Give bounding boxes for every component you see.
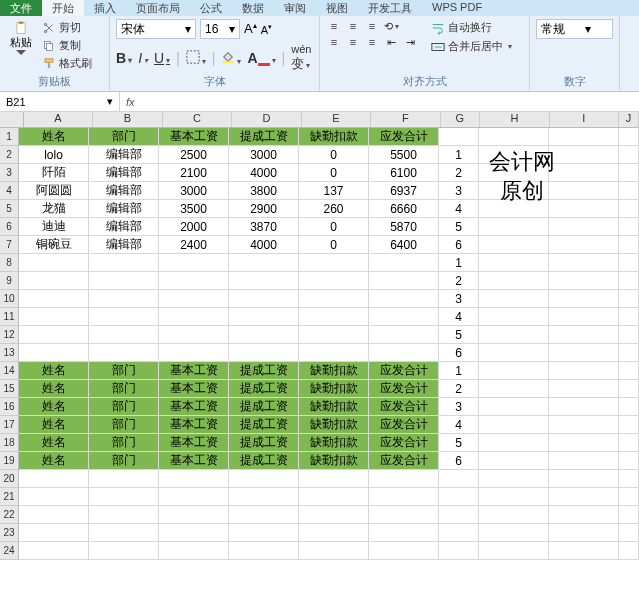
cell[interactable]: [479, 218, 549, 236]
cell[interactable]: [619, 128, 639, 146]
cell[interactable]: 部门: [89, 398, 159, 416]
fx-icon[interactable]: fx: [120, 92, 141, 111]
cell[interactable]: 部门: [89, 128, 159, 146]
cell[interactable]: [439, 128, 479, 146]
fill-color-button[interactable]: [221, 50, 241, 67]
cell[interactable]: 基本工资: [159, 362, 229, 380]
wpspdf-tab[interactable]: WPS PDF: [422, 0, 492, 16]
cell[interactable]: [159, 470, 229, 488]
cell[interactable]: 基本工资: [159, 416, 229, 434]
cell[interactable]: 编辑部: [89, 236, 159, 254]
cell[interactable]: 2500: [159, 146, 229, 164]
cell[interactable]: [619, 146, 639, 164]
cell[interactable]: 3000: [159, 182, 229, 200]
cell[interactable]: 基本工资: [159, 398, 229, 416]
cell[interactable]: 缺勤扣款: [299, 128, 369, 146]
cell[interactable]: [369, 254, 439, 272]
cell[interactable]: [619, 290, 639, 308]
cell[interactable]: 部门: [89, 452, 159, 470]
cell[interactable]: [479, 506, 549, 524]
cell[interactable]: 4: [439, 308, 479, 326]
cell[interactable]: 4000: [229, 236, 299, 254]
cell[interactable]: 应发合计: [369, 416, 439, 434]
cell[interactable]: [619, 182, 639, 200]
cell[interactable]: 迪迪: [19, 218, 89, 236]
cell[interactable]: [159, 326, 229, 344]
col-A[interactable]: A: [24, 112, 93, 127]
row-header[interactable]: 24: [0, 542, 19, 560]
cell[interactable]: [549, 524, 619, 542]
cell[interactable]: 5: [439, 434, 479, 452]
row-header[interactable]: 22: [0, 506, 19, 524]
cell[interactable]: [229, 254, 299, 272]
cell[interactable]: 应发合计: [369, 452, 439, 470]
cell[interactable]: 5500: [369, 146, 439, 164]
cell[interactable]: [619, 200, 639, 218]
cell[interactable]: [619, 308, 639, 326]
cell[interactable]: [619, 542, 639, 560]
cell[interactable]: 提成工资: [229, 398, 299, 416]
cell[interactable]: [89, 290, 159, 308]
cell[interactable]: [89, 308, 159, 326]
cell[interactable]: [19, 506, 89, 524]
cell[interactable]: [479, 434, 549, 452]
cell[interactable]: 缺勤扣款: [299, 398, 369, 416]
cell[interactable]: [619, 362, 639, 380]
cell[interactable]: [549, 146, 619, 164]
cell[interactable]: 2: [439, 380, 479, 398]
cell[interactable]: [229, 542, 299, 560]
col-F[interactable]: F: [371, 112, 440, 127]
cell[interactable]: [439, 488, 479, 506]
cell[interactable]: 姓名: [19, 398, 89, 416]
cell[interactable]: 4000: [229, 164, 299, 182]
cell[interactable]: [159, 308, 229, 326]
cell[interactable]: 6660: [369, 200, 439, 218]
cell[interactable]: [619, 416, 639, 434]
cell[interactable]: [159, 272, 229, 290]
cell[interactable]: 应发合计: [369, 128, 439, 146]
cell[interactable]: [479, 182, 549, 200]
format-painter-button[interactable]: 格式刷: [40, 55, 94, 72]
underline-button[interactable]: U: [154, 50, 170, 66]
align-right[interactable]: ≡: [364, 35, 380, 49]
cell[interactable]: 缺勤扣款: [299, 452, 369, 470]
cell[interactable]: [89, 470, 159, 488]
cell[interactable]: [19, 488, 89, 506]
cell[interactable]: [229, 524, 299, 542]
cell[interactable]: [479, 452, 549, 470]
cell[interactable]: [19, 542, 89, 560]
cell[interactable]: [19, 308, 89, 326]
cell[interactable]: 提成工资: [229, 128, 299, 146]
align-middle[interactable]: ≡: [345, 19, 361, 33]
cell[interactable]: 3: [439, 398, 479, 416]
cell[interactable]: 应发合计: [369, 434, 439, 452]
cell[interactable]: 编辑部: [89, 182, 159, 200]
align-bottom[interactable]: ≡: [364, 19, 380, 33]
indent-dec[interactable]: ⇤: [383, 35, 399, 49]
row-header[interactable]: 4: [0, 182, 19, 200]
cell[interactable]: [549, 380, 619, 398]
cell[interactable]: [19, 290, 89, 308]
cell[interactable]: 编辑部: [89, 200, 159, 218]
file-tab[interactable]: 文件: [0, 0, 42, 16]
font-family-select[interactable]: 宋体▾: [116, 19, 196, 39]
indent-inc[interactable]: ⇥: [402, 35, 418, 49]
wrap-text-button[interactable]: 自动换行: [428, 19, 515, 36]
cell[interactable]: [439, 524, 479, 542]
cell[interactable]: [369, 290, 439, 308]
cell[interactable]: 缺勤扣款: [299, 434, 369, 452]
cell[interactable]: [479, 362, 549, 380]
home-tab[interactable]: 开始: [42, 0, 84, 16]
view-tab[interactable]: 视图: [316, 0, 358, 16]
font-size-select[interactable]: 16▾: [200, 19, 240, 39]
cell[interactable]: 提成工资: [229, 362, 299, 380]
col-C[interactable]: C: [163, 112, 232, 127]
cell[interactable]: [439, 542, 479, 560]
bold-button[interactable]: B: [116, 50, 132, 66]
cell[interactable]: 2: [439, 272, 479, 290]
cell[interactable]: [549, 218, 619, 236]
cell[interactable]: [369, 470, 439, 488]
cell[interactable]: 阿圆圆: [19, 182, 89, 200]
cell[interactable]: [549, 164, 619, 182]
cell[interactable]: [299, 344, 369, 362]
